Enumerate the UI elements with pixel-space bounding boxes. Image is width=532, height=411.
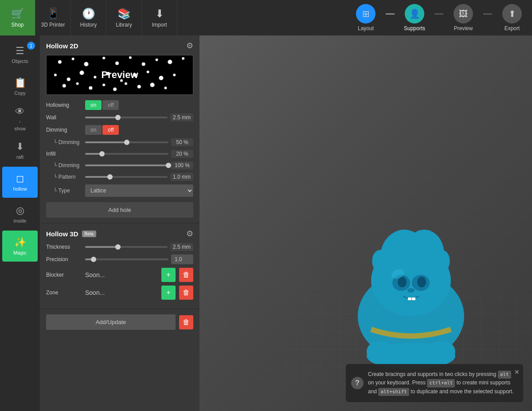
nav-export[interactable]: ⬆ Export <box>492 0 532 35</box>
nav-preview[interactable]: 🖼 Preview <box>443 0 483 35</box>
nav-layout[interactable]: ⊞ Layout <box>346 0 386 35</box>
hollow2d-gear[interactable]: ⚙ <box>186 41 193 51</box>
viewport[interactable] <box>200 35 532 411</box>
precision-thumb[interactable] <box>91 257 96 262</box>
nav-right: ⊞ Layout 👤 Supports 🖼 Preview ⬆ Export <box>346 0 532 35</box>
svg-point-6 <box>404 230 444 278</box>
wall-thumb[interactable] <box>115 115 121 120</box>
zone-row: Zone Soon... + 🗑 <box>46 286 193 300</box>
thickness-thumb[interactable] <box>115 244 121 250</box>
infill-slider: 20 % <box>85 150 193 158</box>
sidebar-item-show[interactable]: 👁 › show <box>2 103 38 134</box>
hollow2d-preview[interactable]: Preview <box>46 55 193 95</box>
blocker-label: Blocker <box>46 272 82 278</box>
sidebar-objects-label: Objects <box>12 59 28 64</box>
dimming-sub-label: └ Dimming <box>46 139 82 145</box>
hollow2d-title: Hollow 2D <box>46 42 78 50</box>
dimming-on-btn[interactable]: on <box>85 125 102 135</box>
thickness-slider: 2.5 mm <box>85 243 193 251</box>
infill-dimming-fill <box>85 164 168 166</box>
blocker-add-btn[interactable]: + <box>161 268 176 282</box>
nav-shop-label: Shop <box>11 22 23 28</box>
pattern-track[interactable] <box>85 176 168 178</box>
hollow-icon: ◻ <box>16 173 24 184</box>
tooltip-key1: alt <box>498 371 511 379</box>
hollow3d-gear[interactable]: ⚙ <box>186 229 193 239</box>
dimming-label: Dimming <box>46 127 82 133</box>
nav-shop[interactable]: 🛒 Shop <box>0 0 35 35</box>
hollow2d-header: Hollow 2D ⚙ <box>46 41 193 51</box>
dimming-sub-track[interactable] <box>85 141 168 143</box>
export-circle: ⬆ <box>502 4 522 23</box>
thickness-track[interactable] <box>85 246 168 248</box>
infill-thumb[interactable] <box>99 151 105 157</box>
hollowing-on-btn[interactable]: on <box>85 100 102 110</box>
tooltip-icon: ? <box>351 377 364 389</box>
hollow3d-title: Hollow 3D <box>46 230 78 238</box>
model-container <box>336 205 486 376</box>
raft-icon: ⬇ <box>16 141 24 153</box>
pattern-value: 1.0 mm <box>170 173 193 181</box>
pattern-thumb[interactable] <box>107 174 113 180</box>
nav-connector <box>386 13 395 15</box>
blocker-del-btn[interactable]: 🗑 <box>179 268 193 282</box>
nav-supports[interactable]: 👤 Supports <box>395 0 434 35</box>
hollow3d-title-row: Hollow 3D Beta <box>46 230 96 238</box>
add-update-row: Add/Update 🗑 <box>40 309 200 335</box>
hollow2d-section: Hollow 2D ⚙ Preview Hollowing on off Wal… <box>40 35 200 223</box>
wall-fill <box>85 117 118 118</box>
blocker-value: Soon... <box>85 271 158 278</box>
dimming-toggle: on off <box>85 125 119 135</box>
sidebar-item-hollow[interactable]: ◻ hollow <box>2 167 38 198</box>
sidebar-copy-label: Copy <box>14 90 26 96</box>
sidebar-item-objects[interactable]: ☰ Objects 1 <box>2 39 38 70</box>
sidebar-item-raft[interactable]: ⬇ raft <box>2 135 38 166</box>
zone-add-btn[interactable]: + <box>161 286 176 300</box>
thickness-label: Thickness <box>46 244 82 250</box>
objects-badge: 1 <box>27 42 35 50</box>
wall-track[interactable] <box>85 117 168 118</box>
sidebar-hollow-label: hollow <box>13 186 27 192</box>
infill-dimming-thumb[interactable] <box>166 163 171 168</box>
nav-history[interactable]: 🕐 History <box>71 0 106 35</box>
nav-printer-label: 3D Printer <box>41 22 65 28</box>
delete-btn[interactable]: 🗑 <box>179 315 193 329</box>
dimming-off-btn[interactable]: off <box>102 125 119 135</box>
precision-input[interactable] <box>171 254 193 264</box>
nav-connector2 <box>434 13 443 15</box>
nav-preview-label: Preview <box>454 25 473 31</box>
add-update-btn[interactable]: Add/Update <box>46 314 176 330</box>
nav-left: 🛒 Shop 📱 3D Printer 🕐 History 📚 Library … <box>0 0 177 35</box>
sidebar-item-copy[interactable]: 📋 Copy <box>2 71 38 102</box>
sidebar-item-magic[interactable]: ✨ Magic <box>2 231 38 262</box>
shop-icon: 🛒 <box>11 8 24 20</box>
zone-del-btn[interactable]: 🗑 <box>179 286 193 300</box>
dimming-sub-value: 50 % <box>171 138 193 146</box>
sidebar-item-inside[interactable]: ◎ inside <box>2 199 38 230</box>
infill-dimming-row: └ Dimming 100 % <box>46 161 193 169</box>
infill-value: 20 % <box>171 150 193 158</box>
show-expand: › <box>19 119 20 124</box>
type-select[interactable]: Lattice Grid Honeycomb <box>85 184 193 197</box>
nav-library[interactable]: 📚 Library <box>106 0 142 35</box>
hollowing-off-btn[interactable]: off <box>102 100 119 110</box>
preview-circle: 🖼 <box>454 4 473 23</box>
infill-track[interactable] <box>85 153 168 155</box>
nav-3dprinter[interactable]: 📱 3D Printer <box>35 0 71 35</box>
zone-value: Soon... <box>85 289 158 296</box>
thickness-value: 2.5 mm <box>170 243 193 251</box>
tooltip-key2: ctrl+alt <box>427 379 455 388</box>
precision-track[interactable] <box>85 258 168 260</box>
tooltip-close[interactable]: ✕ <box>514 368 520 377</box>
thickness-fill <box>85 246 118 248</box>
preview-text: Preview <box>101 69 138 81</box>
library-icon: 📚 <box>117 8 131 20</box>
infill-dimming-track[interactable] <box>85 164 168 166</box>
nav-import[interactable]: ⬇ Import <box>142 0 177 35</box>
nav-import-label: Import <box>152 22 167 28</box>
add-hole-btn[interactable]: Add hole <box>46 202 193 218</box>
objects-icon: ☰ <box>16 45 24 57</box>
dimming-sub-thumb[interactable] <box>124 140 129 145</box>
tooltip-text4: to duplicate and move the selected suppo… <box>411 388 513 395</box>
nav-export-label: Export <box>505 25 520 31</box>
